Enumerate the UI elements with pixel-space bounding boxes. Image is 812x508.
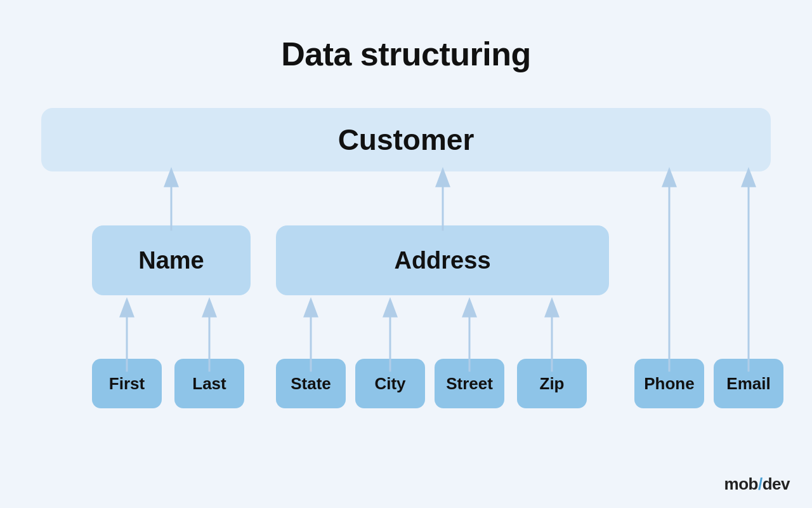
page-title: Data structuring xyxy=(0,0,812,73)
leaf-city: City xyxy=(355,359,425,408)
customer-label: Customer xyxy=(338,123,475,157)
leaf-street: Street xyxy=(435,359,504,408)
brand-part2: dev xyxy=(763,474,790,493)
address-box: Address xyxy=(276,225,609,295)
diagram-container: Customer Name Address First Last State C… xyxy=(41,108,771,464)
brand-slash: / xyxy=(758,474,763,493)
leaf-zip: Zip xyxy=(517,359,587,408)
email-label: Email xyxy=(726,374,770,394)
leaf-state: State xyxy=(276,359,346,408)
state-label: State xyxy=(291,374,331,394)
last-label: Last xyxy=(192,374,226,394)
leaf-first: First xyxy=(92,359,162,408)
address-label: Address xyxy=(394,247,490,274)
name-box: Name xyxy=(92,225,251,295)
name-label: Name xyxy=(138,247,204,274)
customer-box: Customer xyxy=(41,108,771,171)
leaf-phone: Phone xyxy=(634,359,704,408)
first-label: First xyxy=(109,374,145,394)
brand: mob/dev xyxy=(724,474,790,494)
leaf-email: Email xyxy=(714,359,783,408)
brand-part1: mob xyxy=(724,474,758,493)
phone-label: Phone xyxy=(644,374,694,394)
city-label: City xyxy=(374,374,405,394)
zip-label: Zip xyxy=(540,374,565,394)
leaf-last: Last xyxy=(174,359,244,408)
street-label: Street xyxy=(446,374,493,394)
